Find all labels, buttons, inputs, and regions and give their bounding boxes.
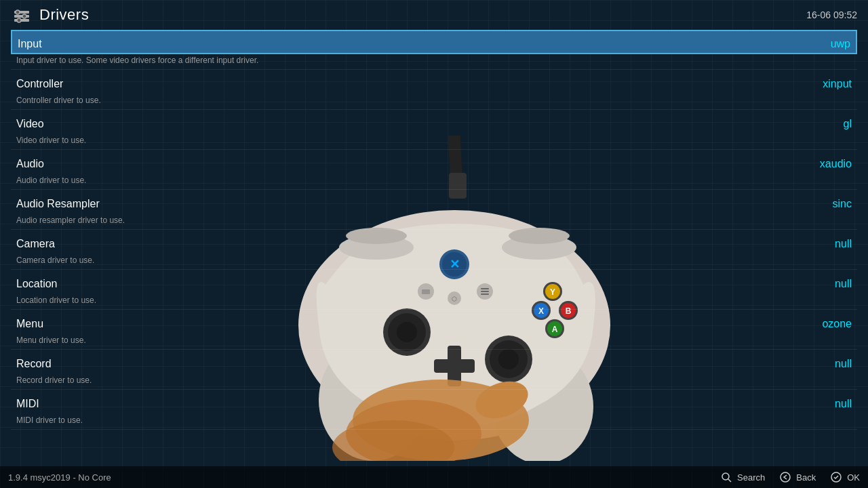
- driver-value: gl: [844, 118, 852, 130]
- back-icon: [778, 470, 792, 484]
- driver-description: Input driver to use. Some video drivers …: [11, 54, 857, 69]
- svg-point-49: [722, 473, 729, 480]
- driver-description: MIDI driver to use.: [11, 414, 857, 429]
- svg-line-50: [728, 479, 731, 482]
- driver-list: InputuwpInput driver to use. Some video …: [0, 30, 868, 430]
- svg-point-48: [17, 18, 21, 22]
- driver-description: Audio resampler driver to use.: [11, 214, 857, 229]
- driver-row[interactable]: Inputuwp: [11, 30, 857, 54]
- driver-item-camera[interactable]: CameranullCamera driver to use.: [11, 230, 857, 270]
- driver-description: Record driver to use.: [11, 374, 857, 389]
- driver-description: Controller driver to use.: [11, 94, 857, 109]
- driver-value: sinc: [833, 198, 852, 210]
- version-label: 1.9.4 msyc2019 - No Core: [8, 472, 111, 483]
- driver-name: MIDI: [16, 398, 39, 410]
- page-title: Drivers: [39, 6, 89, 24]
- driver-item-input[interactable]: InputuwpInput driver to use. Some video …: [11, 30, 857, 70]
- ok-button[interactable]: OK: [829, 470, 860, 484]
- driver-value: xinput: [823, 78, 852, 90]
- search-label: Search: [737, 472, 765, 483]
- search-icon: [719, 470, 733, 484]
- driver-item-audio[interactable]: AudioxaudioAudio driver to use.: [11, 150, 857, 190]
- driver-row[interactable]: Recordnull: [11, 350, 857, 374]
- driver-name: Audio: [16, 158, 44, 170]
- driver-item-record[interactable]: RecordnullRecord driver to use.: [11, 350, 857, 390]
- driver-row[interactable]: MIDInull: [11, 390, 857, 414]
- driver-value: null: [835, 358, 852, 370]
- driver-row[interactable]: Videogl: [11, 110, 857, 134]
- driver-description: Camera driver to use.: [11, 254, 857, 269]
- driver-row[interactable]: Controllerxinput: [11, 70, 857, 94]
- driver-name: Location: [16, 278, 58, 290]
- driver-description: Location driver to use.: [11, 294, 857, 309]
- search-button[interactable]: Search: [719, 470, 765, 484]
- driver-item-midi[interactable]: MIDInullMIDI driver to use.: [11, 390, 857, 430]
- driver-value: null: [835, 278, 852, 290]
- driver-row[interactable]: Audio Resamplersinc: [11, 190, 857, 214]
- ok-label: OK: [847, 472, 860, 483]
- driver-item-audio-resampler[interactable]: Audio ResamplersincAudio resampler drive…: [11, 190, 857, 230]
- driver-description: Menu driver to use.: [11, 334, 857, 349]
- driver-row[interactable]: Locationnull: [11, 270, 857, 294]
- header: Drivers 16-06 09:52: [0, 0, 868, 30]
- driver-item-controller[interactable]: ControllerxinputController driver to use…: [11, 70, 857, 110]
- driver-row[interactable]: Menuozone: [11, 310, 857, 334]
- driver-item-video[interactable]: VideoglVideo driver to use.: [11, 110, 857, 150]
- driver-description: Audio driver to use.: [11, 174, 857, 189]
- driver-row[interactable]: Audioxaudio: [11, 150, 857, 174]
- driver-name: Record: [16, 358, 52, 370]
- driver-name: Audio Resampler: [16, 198, 100, 210]
- driver-name: Input: [18, 38, 42, 50]
- svg-point-46: [16, 10, 20, 14]
- driver-value: ozone: [822, 318, 852, 330]
- clock: 16-06 09:52: [806, 9, 857, 20]
- driver-value: uwp: [831, 38, 850, 50]
- driver-value: null: [835, 398, 852, 410]
- driver-description: Video driver to use.: [11, 134, 857, 149]
- driver-row[interactable]: Cameranull: [11, 230, 857, 254]
- drivers-icon: [11, 4, 33, 26]
- back-button[interactable]: Back: [778, 470, 816, 484]
- svg-point-47: [22, 14, 26, 18]
- driver-name: Video: [16, 118, 44, 130]
- driver-item-menu[interactable]: MenuozoneMenu driver to use.: [11, 310, 857, 350]
- footer: 1.9.4 msyc2019 - No Core Search Back: [0, 466, 868, 488]
- driver-item-location[interactable]: LocationnullLocation driver to use.: [11, 270, 857, 310]
- ok-icon: [829, 470, 843, 484]
- footer-controls: Search Back OK: [719, 470, 860, 484]
- svg-point-51: [781, 472, 790, 482]
- driver-name: Camera: [16, 238, 55, 250]
- back-label: Back: [796, 472, 816, 483]
- driver-name: Menu: [16, 318, 43, 330]
- driver-value: xaudio: [820, 158, 852, 170]
- driver-name: Controller: [16, 78, 63, 90]
- driver-value: null: [835, 238, 852, 250]
